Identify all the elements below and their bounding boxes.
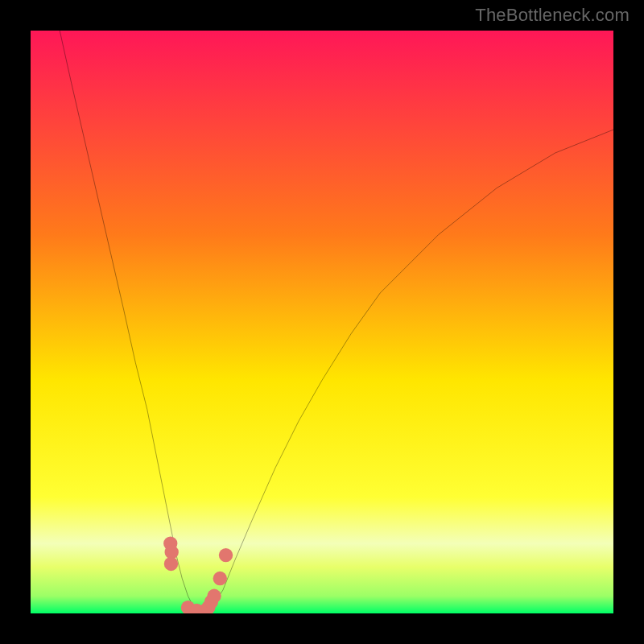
watermark-text: TheBottleneck.com bbox=[475, 5, 630, 26]
chart-frame: TheBottleneck.com bbox=[0, 0, 644, 644]
gradient-background bbox=[31, 31, 613, 613]
scatter-point bbox=[213, 572, 227, 585]
scatter-point bbox=[164, 557, 178, 571]
scatter-point bbox=[219, 548, 233, 562]
chart-svg bbox=[31, 31, 613, 613]
plot-area bbox=[31, 31, 613, 613]
scatter-point bbox=[207, 589, 221, 603]
